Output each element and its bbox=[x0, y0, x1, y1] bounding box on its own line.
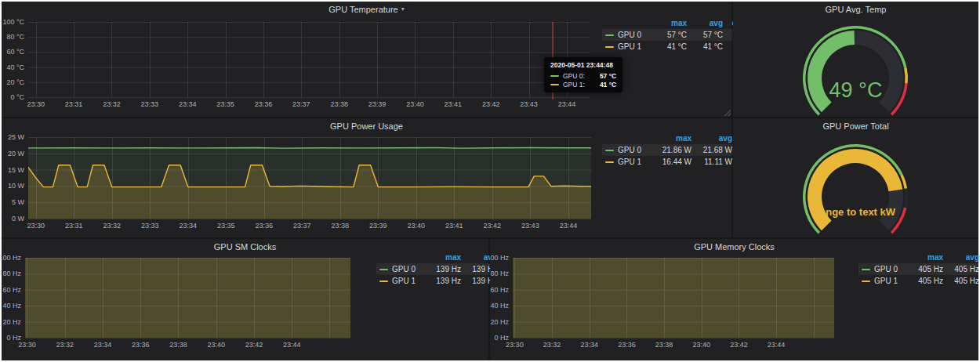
gauge-threshold-ring bbox=[904, 189, 908, 208]
legend-stat-value: 16.44 W bbox=[651, 156, 691, 168]
legend-stat-value: 405 Hz bbox=[907, 263, 943, 275]
svg-text:23:42: 23:42 bbox=[482, 100, 500, 108]
legend-series-label: GPU 1 bbox=[392, 275, 416, 287]
legend-col-header-max[interactable]: max bbox=[425, 252, 461, 263]
series-fills bbox=[25, 252, 350, 338]
svg-text:23:33: 23:33 bbox=[141, 222, 159, 230]
legend-series-label: GPU 0 bbox=[618, 144, 641, 156]
panel-title-text: GPU Memory Clocks bbox=[694, 242, 775, 252]
legend-col-header-max[interactable]: max bbox=[651, 17, 687, 29]
legend-row: GPU 0405 Hz405 Hz405 Hz bbox=[858, 263, 980, 275]
svg-text:10 W: 10 W bbox=[8, 182, 25, 190]
legend-series-toggle[interactable]: GPU 0 bbox=[862, 263, 907, 275]
tooltip-series-label: GPU 1: bbox=[563, 81, 585, 89]
svg-text:23:36: 23:36 bbox=[255, 100, 273, 108]
svg-text:23:35: 23:35 bbox=[217, 222, 235, 230]
legend-series-toggle[interactable]: GPU 1 bbox=[605, 41, 651, 52]
svg-text:40 °C: 40 °C bbox=[6, 63, 24, 71]
series-color-swatch bbox=[379, 269, 388, 270]
svg-text:23:38: 23:38 bbox=[655, 341, 673, 349]
legend-col-header-avg[interactable]: avg bbox=[691, 132, 732, 144]
screenshot-root: GPU Temperature ▾ 0 °C20 °C40 °C60 °C80 … bbox=[0, 0, 980, 362]
panel-resize-handle[interactable] bbox=[724, 109, 731, 116]
legend-stat-value: 21.68 W bbox=[691, 144, 732, 156]
series-color-swatch bbox=[379, 281, 388, 282]
svg-text:23:42: 23:42 bbox=[245, 341, 263, 349]
gauge-value-text: 49 °C bbox=[733, 78, 978, 103]
panel-gpu-sm-clocks: GPU SM Clocks 0 Hz20 Hz40 Hz60 Hz80 Hz10… bbox=[2, 239, 488, 360]
svg-text:23:40: 23:40 bbox=[408, 222, 426, 230]
svg-text:23:39: 23:39 bbox=[368, 100, 387, 108]
svg-text:23:34: 23:34 bbox=[179, 222, 197, 230]
svg-text:40 Hz: 40 Hz bbox=[490, 302, 509, 310]
legend-col-header-avg[interactable]: avg bbox=[943, 252, 979, 263]
svg-text:80 °C: 80 °C bbox=[6, 33, 24, 41]
svg-text:23:30: 23:30 bbox=[27, 100, 45, 108]
series-fills bbox=[513, 252, 834, 338]
legend-stat-value: 57 °C bbox=[687, 29, 723, 41]
tooltip-row: GPU 0: 57 °C bbox=[550, 71, 616, 80]
panel-gpu-power-total: GPU Power Total range to text kW bbox=[733, 118, 978, 237]
svg-text:23:34: 23:34 bbox=[94, 341, 112, 349]
svg-text:23:33: 23:33 bbox=[141, 100, 159, 108]
tooltip-series-label: GPU 0: bbox=[563, 72, 585, 80]
legend-series-toggle[interactable]: GPU 1 bbox=[605, 156, 651, 168]
legend-stat-value: 57 °C bbox=[651, 29, 687, 41]
legend-series-label: GPU 0 bbox=[618, 29, 641, 41]
svg-text:23:34: 23:34 bbox=[179, 100, 197, 108]
svg-text:100 Hz: 100 Hz bbox=[490, 254, 509, 262]
svg-text:23:40: 23:40 bbox=[406, 100, 424, 108]
svg-text:25 W: 25 W bbox=[8, 133, 25, 141]
legend-series-toggle[interactable]: GPU 0 bbox=[605, 144, 651, 156]
legend-stat-value: 139 Hz bbox=[425, 263, 461, 275]
tooltip-timestamp: 2020-05-01 23:44:48 bbox=[550, 61, 616, 69]
legend-series-toggle[interactable]: GPU 1 bbox=[862, 275, 907, 287]
svg-text:23:32: 23:32 bbox=[103, 100, 121, 108]
panel-title-text: GPU Power Total bbox=[822, 121, 888, 131]
legend-series-label: GPU 1 bbox=[618, 41, 641, 52]
svg-text:100 °C: 100 °C bbox=[2, 18, 24, 26]
svg-text:23:41: 23:41 bbox=[445, 100, 463, 108]
svg-text:80 Hz: 80 Hz bbox=[2, 270, 21, 277]
grafana-dashboard: GPU Temperature ▾ 0 °C20 °C40 °C60 °C80 … bbox=[2, 2, 978, 360]
series-color-swatch bbox=[550, 75, 559, 77]
graph-tooltip: 2020-05-01 23:44:48 GPU 0: 57 °C GPU 1: … bbox=[544, 57, 622, 92]
legend-row: GPU 1405 Hz405 Hz405 Hz bbox=[858, 275, 980, 287]
power-total-gauge bbox=[733, 131, 978, 237]
svg-text:23:38: 23:38 bbox=[330, 100, 348, 108]
svg-text:20 W: 20 W bbox=[8, 150, 25, 157]
svg-text:23:30: 23:30 bbox=[506, 341, 524, 349]
legend-col-header-max[interactable]: max bbox=[651, 132, 691, 144]
svg-text:23:32: 23:32 bbox=[103, 222, 121, 230]
series-line bbox=[28, 148, 601, 149]
series-color-swatch bbox=[605, 150, 614, 151]
legend-series-toggle[interactable]: GPU 0 bbox=[605, 29, 651, 41]
svg-text:23:31: 23:31 bbox=[65, 222, 83, 230]
svg-text:20 Hz: 20 Hz bbox=[490, 318, 509, 326]
svg-text:23:42: 23:42 bbox=[730, 341, 748, 349]
svg-text:23:44: 23:44 bbox=[768, 341, 786, 349]
svg-text:100 Hz: 100 Hz bbox=[2, 254, 21, 262]
legend-col-header-avg[interactable]: avg bbox=[687, 17, 723, 29]
legend-series-toggle[interactable]: GPU 1 bbox=[379, 275, 425, 287]
series-fill bbox=[25, 252, 350, 338]
svg-text:23:38: 23:38 bbox=[332, 222, 350, 230]
svg-text:23:43: 23:43 bbox=[520, 100, 538, 108]
series-color-swatch bbox=[862, 269, 870, 270]
panel-title-text: GPU Power Usage bbox=[330, 121, 403, 131]
series-fills bbox=[28, 148, 601, 219]
panel-title-text: GPU Avg. Temp bbox=[826, 5, 887, 14]
legend-series-toggle[interactable]: GPU 0 bbox=[379, 263, 425, 275]
svg-text:23:36: 23:36 bbox=[256, 222, 274, 230]
series-color-swatch bbox=[862, 281, 870, 282]
svg-text:80 Hz: 80 Hz bbox=[490, 270, 509, 277]
tooltip-row: GPU 1: 41 °C bbox=[550, 80, 616, 89]
panel-title-text: GPU SM Clocks bbox=[214, 242, 276, 252]
legend-stat-value: 405 Hz bbox=[907, 275, 943, 287]
series-color-swatch bbox=[605, 161, 614, 163]
svg-text:60 Hz: 60 Hz bbox=[490, 286, 509, 294]
series-fill bbox=[513, 252, 834, 338]
chevron-down-icon: ▾ bbox=[401, 6, 405, 13]
svg-text:0 W: 0 W bbox=[12, 215, 25, 223]
legend-col-header-max[interactable]: max bbox=[907, 252, 943, 263]
